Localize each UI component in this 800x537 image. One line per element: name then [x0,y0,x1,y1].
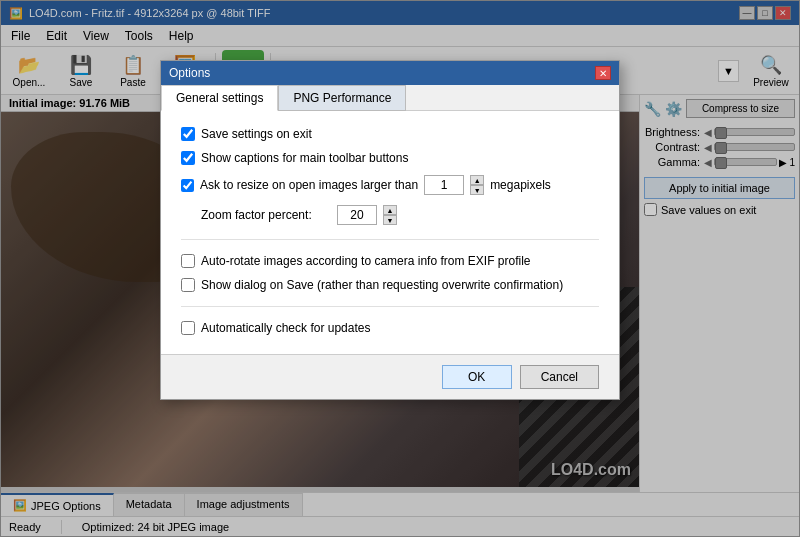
dialog-footer: OK Cancel [161,354,619,399]
zoom-spin-up[interactable]: ▲ [383,205,397,215]
auto-rotate-checkbox[interactable] [181,254,195,268]
megapixels-spinner: ▲ ▼ [470,175,484,195]
spin-down[interactable]: ▼ [470,185,484,195]
megapixels-input[interactable] [424,175,464,195]
show-dialog-save-checkbox[interactable] [181,278,195,292]
checkbox-auto-check: Automatically check for updates [181,321,599,335]
checkbox-show-captions: Show captions for main toolbar buttons [181,151,599,165]
spin-up[interactable]: ▲ [470,175,484,185]
divider-2 [181,306,599,307]
save-settings-checkbox[interactable] [181,127,195,141]
ask-resize-checkbox[interactable] [181,179,194,192]
show-dialog-save-label: Show dialog on Save (rather than request… [201,278,563,292]
dialog-tabs: General settings PNG Performance [161,85,619,111]
auto-check-checkbox[interactable] [181,321,195,335]
auto-rotate-label: Auto-rotate images according to camera i… [201,254,530,268]
zoom-spinner: ▲ ▼ [383,205,397,225]
show-captions-label: Show captions for main toolbar buttons [201,151,408,165]
checkbox-auto-rotate: Auto-rotate images according to camera i… [181,254,599,268]
zoom-row: Zoom factor percent: ▲ ▼ [181,205,599,225]
zoom-label: Zoom factor percent: [201,208,331,222]
dialog-body: Save settings on exit Show captions for … [161,111,619,354]
zoom-spin-down[interactable]: ▼ [383,215,397,225]
main-window: 🖼️ LO4D.com - Fritz.tif - 4912x3264 px @… [0,0,800,537]
dialog-overlay: Options ✕ General settings PNG Performan… [0,0,800,537]
checkbox-show-dialog-save: Show dialog on Save (rather than request… [181,278,599,292]
dialog-close-button[interactable]: ✕ [595,66,611,80]
cancel-button[interactable]: Cancel [520,365,599,389]
dialog-tab-general[interactable]: General settings [161,85,278,111]
ask-resize-label: Ask to resize on open images larger than [200,178,418,192]
auto-check-label: Automatically check for updates [201,321,370,335]
options-dialog: Options ✕ General settings PNG Performan… [160,60,620,400]
dialog-title-bar: Options ✕ [161,61,619,85]
megapixels-label: megapixels [490,178,551,192]
checkbox-save-settings: Save settings on exit [181,127,599,141]
resize-row: Ask to resize on open images larger than… [181,175,599,195]
zoom-input[interactable] [337,205,377,225]
dialog-tab-png[interactable]: PNG Performance [278,85,406,111]
show-captions-checkbox[interactable] [181,151,195,165]
save-settings-label: Save settings on exit [201,127,312,141]
divider [181,239,599,240]
dialog-title: Options [169,66,210,80]
ok-button[interactable]: OK [442,365,512,389]
